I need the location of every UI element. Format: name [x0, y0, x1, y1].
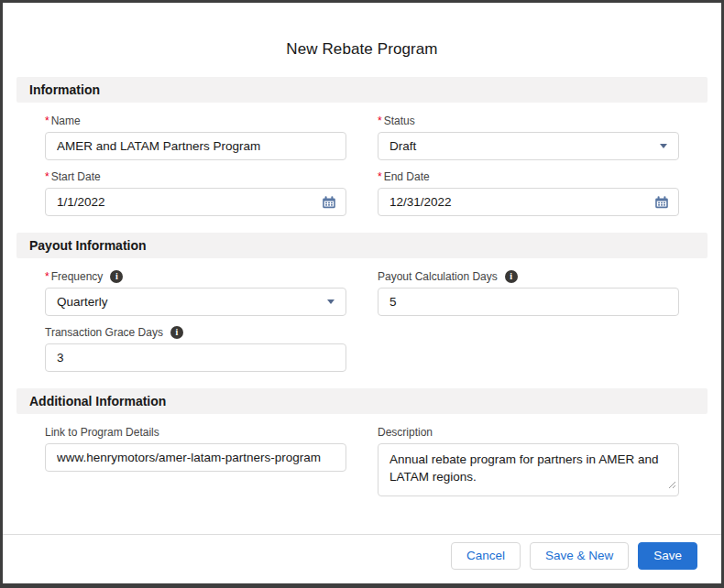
- frequency-value: Quarterly: [57, 295, 108, 309]
- link-to-program-details-input[interactable]: [45, 443, 346, 472]
- additional-form-grid: Link to Program Details Description Annu…: [45, 425, 679, 496]
- chevron-down-icon: [660, 144, 667, 148]
- calendar-icon: [654, 195, 669, 210]
- section-header-information: Information: [16, 77, 708, 103]
- field-name: * Name: [45, 114, 346, 160]
- section-heading-text: Additional Information: [29, 394, 166, 408]
- new-rebate-program-modal: New Rebate Program Information * Name * …: [0, 0, 724, 588]
- frequency-label: Frequency: [51, 269, 104, 284]
- modal-title: New Rebate Program: [3, 40, 721, 59]
- transaction-grace-days-control: [45, 343, 346, 372]
- field-status: * Status Draft: [378, 114, 679, 160]
- name-label: Name: [51, 114, 81, 128]
- save-and-new-button[interactable]: Save & New: [530, 542, 629, 570]
- frequency-combobox[interactable]: Quarterly: [45, 288, 346, 316]
- info-icon[interactable]: [170, 326, 183, 339]
- required-marker: *: [378, 114, 382, 128]
- field-description: Description Annual rebate program for pa…: [378, 425, 679, 496]
- start-date-label: Start Date: [51, 169, 101, 184]
- link-to-program-details-control: [45, 443, 346, 472]
- name-input[interactable]: [45, 132, 346, 160]
- transaction-grace-days-label: Transaction Grace Days: [45, 325, 163, 340]
- name-label-row: * Name: [45, 114, 346, 128]
- description-textarea[interactable]: Annual rebate program for partners in AM…: [378, 443, 679, 496]
- status-label: Status: [384, 114, 415, 128]
- field-frequency: * Frequency Quarterly: [45, 269, 346, 316]
- description-label: Description: [378, 425, 433, 440]
- payout-form-grid: * Frequency Quarterly Payout Calculation…: [45, 269, 679, 372]
- start-date-input[interactable]: [45, 188, 346, 216]
- frequency-label-row: * Frequency: [45, 269, 346, 284]
- end-date-label-row: * End Date: [378, 169, 679, 184]
- info-icon[interactable]: [505, 270, 518, 283]
- end-date-label: End Date: [384, 169, 430, 184]
- description-control: Annual rebate program for partners in AM…: [378, 443, 679, 496]
- status-combobox[interactable]: Draft: [378, 132, 679, 160]
- end-date-picker-button[interactable]: [645, 189, 678, 215]
- payout-calculation-days-input[interactable]: [378, 288, 679, 316]
- start-date-control: [45, 188, 346, 216]
- link-to-program-details-label-row: Link to Program Details: [45, 425, 346, 440]
- cancel-button[interactable]: Cancel: [451, 542, 521, 570]
- required-marker: *: [45, 269, 49, 284]
- end-date-control: [378, 188, 679, 216]
- section-header-payout-information: Payout Information: [16, 233, 708, 258]
- transaction-grace-days-label-row: Transaction Grace Days: [45, 325, 346, 340]
- start-date-label-row: * Start Date: [45, 169, 346, 184]
- end-date-input[interactable]: [378, 188, 679, 216]
- save-button[interactable]: Save: [638, 542, 697, 570]
- field-link-to-program-details: Link to Program Details: [45, 425, 346, 472]
- required-marker: *: [45, 169, 49, 184]
- required-marker: *: [378, 169, 382, 184]
- field-end-date: * End Date: [378, 169, 679, 216]
- section-header-additional-information: Additional Information: [16, 388, 708, 414]
- required-marker: *: [45, 114, 49, 128]
- info-icon[interactable]: [110, 270, 123, 283]
- calendar-icon: [322, 195, 336, 210]
- chevron-down-icon: [327, 299, 335, 304]
- information-form-grid: * Name * Status Draft *: [45, 114, 679, 216]
- section-heading-text: Payout Information: [29, 238, 147, 253]
- transaction-grace-days-input[interactable]: [45, 343, 346, 372]
- modal-footer: Cancel Save & New Save: [3, 534, 721, 583]
- payout-calculation-days-label: Payout Calculation Days: [378, 269, 498, 284]
- field-payout-calculation-days: Payout Calculation Days: [378, 269, 679, 316]
- field-transaction-grace-days: Transaction Grace Days: [45, 325, 346, 372]
- resize-handle-icon[interactable]: [668, 476, 676, 493]
- status-value: Draft: [389, 139, 416, 153]
- payout-calculation-days-label-row: Payout Calculation Days: [378, 269, 679, 284]
- start-date-picker-button[interactable]: [313, 189, 346, 215]
- modal-body: New Rebate Program Information * Name * …: [3, 3, 721, 534]
- payout-calculation-days-control: [378, 288, 679, 316]
- name-control: [45, 132, 346, 160]
- link-to-program-details-label: Link to Program Details: [45, 425, 159, 440]
- description-label-row: Description: [378, 425, 679, 440]
- field-start-date: * Start Date: [45, 169, 346, 216]
- section-heading-text: Information: [29, 82, 100, 97]
- status-label-row: * Status: [378, 114, 679, 128]
